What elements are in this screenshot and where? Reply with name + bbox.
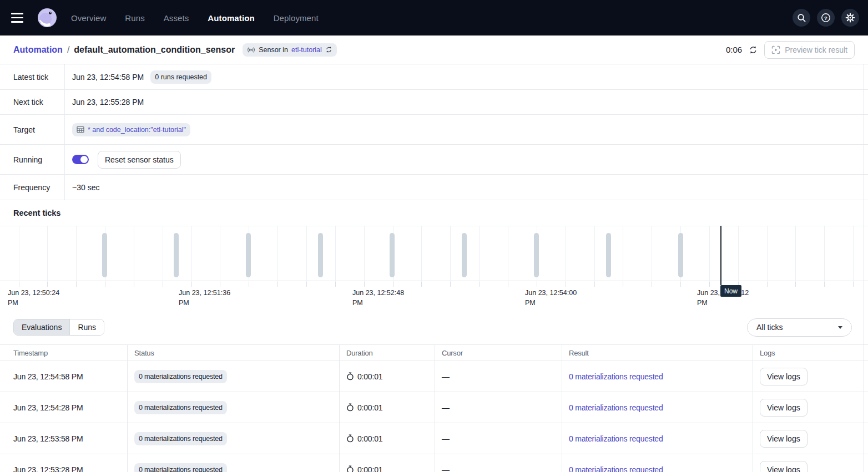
timeline-axis-label: Jun 23, 12:51:36 PM xyxy=(179,288,238,308)
tick-cursor: — xyxy=(435,361,562,392)
timeline-gridline xyxy=(795,226,796,282)
refresh-countdown: 0:06 xyxy=(726,45,742,54)
timeline-axis-tick xyxy=(709,282,710,287)
timeline-chart-area xyxy=(0,226,868,281)
timeline-tick-bar[interactable] xyxy=(102,233,107,277)
tick-cursor: — xyxy=(435,454,562,472)
tick-timestamp: Jun 23, 12:54:58 PM xyxy=(0,361,128,392)
tab-runs[interactable]: Runs xyxy=(69,319,104,335)
refresh-icon[interactable] xyxy=(749,45,758,54)
view-logs-button[interactable]: View logs xyxy=(760,461,808,472)
chevron-down-icon xyxy=(838,326,842,329)
timeline-axis-tick xyxy=(249,282,249,287)
timeline-gridline xyxy=(335,226,336,282)
nav-item-deployment[interactable]: Deployment xyxy=(274,13,319,23)
next-tick-label: Next tick xyxy=(0,90,65,114)
timeline-tick-bar[interactable] xyxy=(318,233,323,277)
timeline-axis-tick xyxy=(623,282,623,287)
timeline-tick-bar[interactable] xyxy=(246,233,251,277)
tick-result-link[interactable]: 0 materializations requested xyxy=(569,465,663,472)
reset-sensor-status-button[interactable]: Reset sensor status xyxy=(98,151,181,169)
svg-text:?: ? xyxy=(824,15,827,21)
timeline-axis-tick xyxy=(393,282,393,287)
breadcrumb-automation-link[interactable]: Automation xyxy=(13,45,63,55)
running-toggle[interactable] xyxy=(72,155,89,164)
tick-result-link[interactable]: 0 materializations requested xyxy=(569,372,663,381)
target-selection-chip[interactable]: * and code_location:"etl-tutorial" xyxy=(72,123,190,136)
timeline-gridline xyxy=(19,226,19,282)
timeline-tick-bar[interactable] xyxy=(174,233,179,277)
target-label: Target xyxy=(0,115,65,144)
timeline-axis-tick xyxy=(479,282,480,287)
nav-item-overview[interactable]: Overview xyxy=(71,13,106,23)
timeline-gridline xyxy=(47,226,48,282)
view-logs-button[interactable]: View logs xyxy=(760,368,808,385)
tab-evaluations[interactable]: Evaluations xyxy=(14,319,69,335)
tabs-row: Evaluations Runs All ticks xyxy=(0,310,868,344)
top-nav: Overview Runs Assets Automation Deployme… xyxy=(0,0,868,35)
table-row: Jun 23, 12:53:58 PM 0 materializations r… xyxy=(0,423,868,454)
timeline-axis-tick xyxy=(191,282,192,287)
preview-tick-result-button[interactable]: Preview tick result xyxy=(764,41,855,59)
timeline-axis-tick xyxy=(163,282,163,287)
timeline-axis-label: Jun 23, 12:54:00 PM xyxy=(525,288,584,308)
col-header-logs: Logs xyxy=(753,345,868,361)
timeline-gridline xyxy=(277,226,278,282)
timeline-gridline xyxy=(623,226,623,282)
timeline-gridline xyxy=(479,226,480,282)
search-icon[interactable] xyxy=(793,9,810,27)
dagster-logo-icon[interactable] xyxy=(37,7,58,28)
timeline-axis-tick xyxy=(767,282,768,287)
timeline-axis-tick xyxy=(566,282,566,287)
view-logs-button[interactable]: View logs xyxy=(760,399,808,417)
tick-cursor: — xyxy=(435,423,562,454)
latest-tick-label: Latest tick xyxy=(0,64,65,89)
detail-row-target: Target * and code_location:"etl-tutorial… xyxy=(0,115,868,145)
timeline-gridline xyxy=(767,226,768,282)
timeline-axis-tick xyxy=(853,282,854,287)
detail-row-latest-tick: Latest tick Jun 23, 12:54:58 PM 0 runs r… xyxy=(0,64,868,90)
timeline-axis-tick xyxy=(47,282,48,287)
table-row: Jun 23, 12:53:28 PM 0 materializations r… xyxy=(0,454,868,472)
nav-item-automation[interactable]: Automation xyxy=(208,13,254,23)
tick-result-link[interactable]: 0 materializations requested xyxy=(569,403,663,412)
tick-cursor: — xyxy=(435,392,562,423)
timeline-tick-bar[interactable] xyxy=(462,233,467,277)
view-logs-button[interactable]: View logs xyxy=(760,430,808,448)
target-selection-text[interactable]: * and code_location:"etl-tutorial" xyxy=(88,126,186,134)
timeline-axis-tick xyxy=(364,282,365,287)
timeline-axis-label: Jun 23, 12:50:24 PM xyxy=(8,288,67,308)
timeline-axis-tick xyxy=(594,282,595,287)
timeline-axis-tick xyxy=(652,282,652,287)
frequency-value: ~30 sec xyxy=(72,183,99,192)
latest-tick-value: Jun 23, 12:54:58 PM xyxy=(72,73,144,82)
timeline-tick-bar[interactable] xyxy=(678,233,683,277)
sensor-chip-location-link[interactable]: etl-tutorial xyxy=(291,46,322,54)
timeline-gridline xyxy=(134,226,134,282)
tick-result-link[interactable]: 0 materializations requested xyxy=(569,434,663,443)
tick-timestamp: Jun 23, 12:54:28 PM xyxy=(0,392,128,423)
timeline-gridline xyxy=(163,226,163,282)
scroll-track-line xyxy=(864,64,864,472)
timeline-tick-bar[interactable] xyxy=(606,233,611,277)
sensor-chip-prefix: Sensor in xyxy=(259,46,288,54)
nav-item-assets[interactable]: Assets xyxy=(164,13,189,23)
timeline-gridline xyxy=(853,226,854,282)
tick-filter-value: All ticks xyxy=(756,323,783,332)
chip-refresh-icon[interactable] xyxy=(325,46,332,53)
stopwatch-icon xyxy=(346,372,354,380)
tick-filter-dropdown[interactable]: All ticks xyxy=(747,318,852,337)
nav-item-runs[interactable]: Runs xyxy=(125,13,144,23)
latest-tick-status-badge: 0 runs requested xyxy=(150,70,211,84)
timeline-now-badge: Now xyxy=(720,285,741,297)
help-icon[interactable]: ? xyxy=(817,9,835,27)
next-tick-value: Jun 23, 12:55:28 PM xyxy=(72,98,144,106)
tick-timestamp: Jun 23, 12:53:28 PM xyxy=(0,454,128,472)
timeline-tick-bar[interactable] xyxy=(534,233,539,277)
running-label: Running xyxy=(0,145,65,174)
settings-gear-icon[interactable] xyxy=(841,9,859,27)
menu-icon[interactable] xyxy=(11,10,27,26)
stopwatch-icon xyxy=(346,434,354,443)
timeline-tick-bar[interactable] xyxy=(390,233,395,277)
timeline-axis-tick xyxy=(19,282,19,287)
